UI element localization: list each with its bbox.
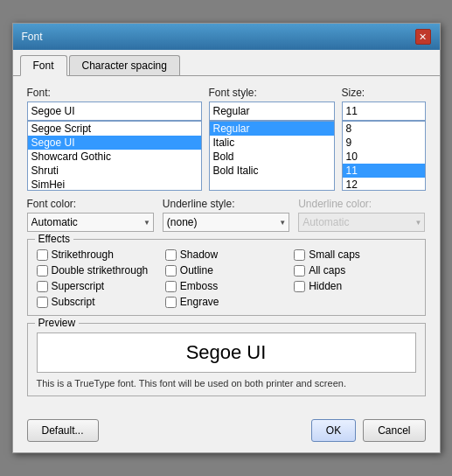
- underline-color-select[interactable]: Automatic: [298, 213, 425, 232]
- font-label: Font:: [27, 87, 202, 99]
- underline-style-group: Underline style: (none): [163, 198, 289, 232]
- double-strikethrough-label: Double strikethrough: [52, 264, 149, 276]
- list-item[interactable]: Showcard Gothic: [28, 150, 201, 164]
- close-button[interactable]: ✕: [415, 29, 431, 45]
- font-input[interactable]: [27, 102, 202, 121]
- underline-style-label: Underline style:: [163, 198, 289, 210]
- superscript-label: Superscript: [52, 280, 105, 292]
- effects-group: Effects Strikethrough Shadow Small caps …: [27, 239, 426, 316]
- list-item[interactable]: Segoe UI: [28, 136, 201, 150]
- font-color-select-wrapper: Automatic: [27, 213, 154, 232]
- underline-color-select-wrapper: Automatic: [298, 213, 425, 232]
- effect-emboss: Emboss: [165, 280, 287, 292]
- outline-label: Outline: [180, 264, 213, 276]
- preview-group: Preview Segoe UI This is a TrueType font…: [27, 323, 426, 396]
- engrave-label: Engrave: [180, 296, 219, 308]
- font-color-group: Font color: Automatic: [27, 198, 154, 232]
- dialog-title: Font: [22, 31, 43, 43]
- emboss-label: Emboss: [180, 280, 218, 292]
- shadow-checkbox[interactable]: [165, 249, 177, 261]
- subscript-label: Subscript: [52, 296, 95, 308]
- effect-all-caps: All caps: [294, 264, 415, 276]
- effects-grid: Strikethrough Shadow Small caps Double s…: [37, 248, 416, 308]
- preview-note: This is a TrueType font. This font will …: [37, 378, 416, 388]
- list-item[interactable]: 9: [343, 136, 425, 150]
- hidden-label: Hidden: [309, 280, 342, 292]
- title-bar: Font ✕: [13, 24, 440, 50]
- ok-button[interactable]: OK: [311, 419, 356, 442]
- effect-engrave: Engrave: [165, 296, 287, 308]
- outline-checkbox[interactable]: [165, 265, 177, 276]
- effect-strikethrough: Strikethrough: [37, 248, 158, 261]
- subscript-checkbox[interactable]: [37, 297, 48, 308]
- effects-legend: Effects: [35, 233, 73, 245]
- effect-superscript: Superscript: [37, 280, 158, 292]
- effect-hidden: Hidden: [294, 280, 415, 292]
- shadow-label: Shadow: [180, 248, 218, 261]
- list-item[interactable]: Bold: [210, 150, 334, 164]
- cancel-button[interactable]: Cancel: [363, 419, 425, 442]
- style-listbox[interactable]: Regular Italic Bold Bold Italic: [209, 121, 335, 191]
- effect-outline: Outline: [165, 264, 287, 276]
- size-listbox[interactable]: 8 9 10 11 12: [342, 121, 426, 191]
- size-input[interactable]: [342, 102, 426, 121]
- effect-small-caps: Small caps: [294, 248, 415, 261]
- double-strikethrough-checkbox[interactable]: [37, 265, 48, 276]
- list-item[interactable]: Regular: [210, 122, 334, 136]
- font-listbox[interactable]: Segoe Script Segoe UI Showcard Gothic Sh…: [27, 121, 202, 191]
- tab-content-font: Font: Segoe Script Segoe UI Showcard Got…: [13, 76, 440, 414]
- default-button[interactable]: Default...: [27, 419, 99, 442]
- ok-cancel-buttons: OK Cancel: [311, 419, 426, 442]
- small-caps-label: Small caps: [309, 248, 360, 261]
- list-item[interactable]: Shruti: [28, 164, 201, 178]
- size-field-group: Size: 8 9 10 11 12: [342, 87, 426, 191]
- underline-style-select[interactable]: (none): [163, 213, 289, 232]
- all-caps-label: All caps: [309, 264, 345, 276]
- tab-bar: Font Character spacing: [13, 50, 440, 76]
- effect-shadow: Shadow: [165, 248, 287, 261]
- preview-box: Segoe UI: [37, 332, 416, 373]
- font-field-group: Font: Segoe Script Segoe UI Showcard Got…: [27, 87, 202, 191]
- effect-double-strikethrough: Double strikethrough: [37, 264, 158, 276]
- strikethrough-label: Strikethrough: [52, 248, 114, 261]
- tab-font[interactable]: Font: [20, 55, 67, 76]
- list-item[interactable]: Segoe Script: [28, 122, 201, 136]
- font-style-size-row: Font: Segoe Script Segoe UI Showcard Got…: [27, 87, 426, 191]
- font-color-label: Font color:: [27, 198, 154, 210]
- tab-character-spacing[interactable]: Character spacing: [69, 55, 180, 75]
- emboss-checkbox[interactable]: [165, 281, 177, 292]
- underline-color-group: Underline color: Automatic: [298, 198, 425, 232]
- preview-text: Segoe UI: [186, 341, 267, 364]
- superscript-checkbox[interactable]: [37, 281, 48, 292]
- list-item[interactable]: 12: [343, 178, 425, 191]
- style-field-group: Font style: Regular Italic Bold Bold Ita…: [209, 87, 335, 191]
- style-label: Font style:: [209, 87, 335, 99]
- list-item[interactable]: Italic: [210, 136, 334, 150]
- list-item[interactable]: SimHei: [28, 178, 201, 191]
- underline-color-label: Underline color:: [298, 198, 425, 210]
- font-color-select[interactable]: Automatic: [27, 213, 154, 232]
- small-caps-checkbox[interactable]: [294, 249, 305, 261]
- underline-style-select-wrapper: (none): [163, 213, 289, 232]
- all-caps-checkbox[interactable]: [294, 265, 305, 276]
- list-item[interactable]: 10: [343, 150, 425, 164]
- list-item[interactable]: 11: [343, 164, 425, 178]
- preview-legend: Preview: [35, 317, 80, 329]
- color-underline-row: Font color: Automatic Underline style: (…: [27, 198, 426, 232]
- list-item[interactable]: Bold Italic: [210, 164, 334, 178]
- size-label: Size:: [342, 87, 426, 99]
- effect-subscript: Subscript: [37, 296, 158, 308]
- list-item[interactable]: 8: [343, 122, 425, 136]
- style-input[interactable]: [209, 102, 335, 121]
- engrave-checkbox[interactable]: [165, 297, 177, 308]
- hidden-checkbox[interactable]: [294, 281, 305, 292]
- button-row: Default... OK Cancel: [13, 414, 440, 452]
- strikethrough-checkbox[interactable]: [37, 249, 48, 261]
- font-dialog: Font ✕ Font Character spacing Font: Sego…: [12, 23, 441, 453]
